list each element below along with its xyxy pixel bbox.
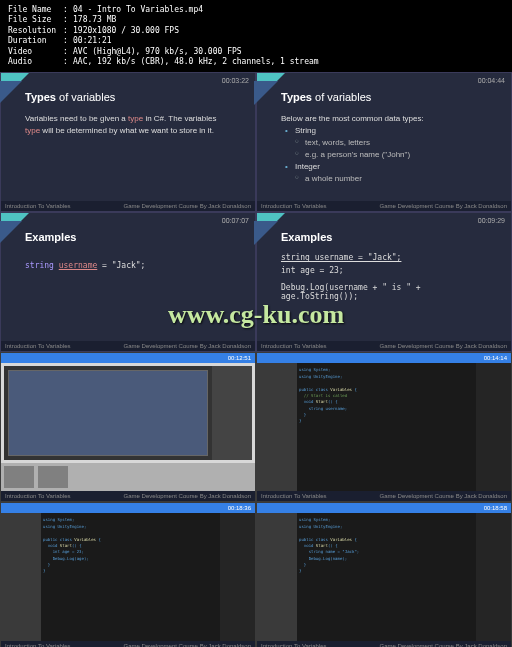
slide-footer: Introduction To VariablesGame Developmen…: [257, 641, 511, 647]
slide-footer: Introduction To VariablesGame Developmen…: [257, 341, 511, 351]
corner-accent-icon: [257, 213, 285, 241]
timestamp: 00:09:29: [478, 217, 505, 224]
ide-sidebar: [257, 513, 297, 643]
asset-thumb: [4, 466, 34, 488]
ide-title-bar: 00:18:36: [1, 503, 255, 513]
thumbnail-grid: 00:03:22 Types of variables Variables ne…: [0, 72, 512, 647]
asset-thumb: [38, 466, 68, 488]
info-value: 178.73 MB: [73, 15, 116, 25]
slide-footer: Introduction To VariablesGame Developmen…: [1, 491, 255, 501]
thumbnail-ide-6: 00:14:14 using System;using UnityEngine;…: [256, 352, 512, 502]
timestamp: 00:03:22: [222, 77, 249, 84]
slide-title: Examples: [25, 231, 241, 243]
slide-body: Variables need to be given a type in C#.…: [25, 113, 241, 135]
ide-right-panel: [476, 513, 511, 643]
corner-accent-icon: [1, 213, 29, 241]
watermark: www.cg-ku.com: [168, 300, 344, 330]
code-line: Debug.Log(username + " is " + age.ToStri…: [281, 283, 497, 301]
slide-footer: Introduction To VariablesGame Developmen…: [257, 491, 511, 501]
bullet-list: String text, words, letters e.g. a perso…: [281, 125, 497, 185]
code-editor: using System;using UnityEngine;public cl…: [297, 513, 476, 643]
timestamp: 00:18:58: [484, 505, 507, 511]
timestamp: 00:14:14: [484, 355, 507, 361]
slide-title: Types of variables: [25, 91, 241, 103]
thumbnail-slide-3: 00:07:07 Examples string username = "Jac…: [0, 212, 256, 352]
info-label: Resolution: [8, 26, 63, 36]
ide-sidebar: [257, 363, 297, 493]
info-label: Audio: [8, 57, 63, 67]
slide-footer: Introduction To VariablesGame Developmen…: [1, 641, 255, 647]
thumbnail-slide-1: 00:03:22 Types of variables Variables ne…: [0, 72, 256, 212]
info-value: 1920x1080 / 30.000 FPS: [73, 26, 179, 36]
asset-panel: [1, 463, 255, 493]
info-value: 00:21:21: [73, 36, 112, 46]
info-label: Video: [8, 47, 63, 57]
ide-right-panel: [476, 363, 511, 493]
timestamp: 00:07:07: [222, 217, 249, 224]
list-item: text, words, letters: [285, 137, 497, 149]
info-label: Duration: [8, 36, 63, 46]
code-editor: using System;using UnityEngine;public cl…: [297, 363, 476, 493]
code-editor: using System;using UnityEngine;public cl…: [41, 513, 220, 643]
code-line: string username = "Jack";: [25, 261, 241, 270]
slide-footer: Introduction To VariablesGame Developmen…: [257, 201, 511, 211]
info-label: File Size: [8, 15, 63, 25]
ide-sidebar: [1, 513, 41, 643]
thumbnail-slide-2: 00:04:44 Types of variables Below are th…: [256, 72, 512, 212]
list-item: Integer: [285, 161, 497, 173]
slide-footer: Introduction To VariablesGame Developmen…: [1, 341, 255, 351]
ide-title-bar: 00:14:14: [257, 353, 511, 363]
info-value: 04 - Intro To Variables.mp4: [73, 5, 203, 15]
timestamp: 00:04:44: [478, 77, 505, 84]
list-item: e.g. a person's name ("John"): [285, 149, 497, 161]
slide-title: Examples: [281, 231, 497, 243]
timestamp: 00:18:36: [228, 505, 251, 511]
info-value: AVC (High@L4), 970 kb/s, 30.000 FPS: [73, 47, 242, 57]
thumbnail-ide-7: 00:18:36 using System;using UnityEngine;…: [0, 502, 256, 647]
timestamp: 00:12:51: [228, 355, 251, 361]
unity-viewport: [8, 370, 208, 456]
code-line: int age = 23;: [281, 266, 497, 275]
list-item: a whole number: [285, 173, 497, 185]
thumbnail-ide-8: 00:18:58 using System;using UnityEngine;…: [256, 502, 512, 647]
info-value: AAC, 192 kb/s (CBR), 48.0 kHz, 2 channel…: [73, 57, 319, 67]
list-item: String: [285, 125, 497, 137]
slide-title: Types of variables: [281, 91, 497, 103]
corner-accent-icon: [257, 73, 285, 101]
slide-footer: Introduction To VariablesGame Developmen…: [1, 201, 255, 211]
file-info-panel: File Name:04 - Intro To Variables.mp4 Fi…: [0, 0, 512, 72]
slide-intro: Below are the most common data types:: [281, 113, 497, 124]
thumbnail-ide-5: 00:12:51 Introduction To VariablesGame D…: [0, 352, 256, 502]
ide-title-bar: 00:18:58: [257, 503, 511, 513]
ide-right-panel: [220, 513, 255, 643]
info-label: File Name: [8, 5, 63, 15]
ide-title-bar: 00:12:51: [1, 353, 255, 363]
corner-accent-icon: [1, 73, 29, 101]
code-line: string username = "Jack";: [281, 253, 497, 262]
thumbnail-slide-4: 00:09:29 Examples string username = "Jac…: [256, 212, 512, 352]
